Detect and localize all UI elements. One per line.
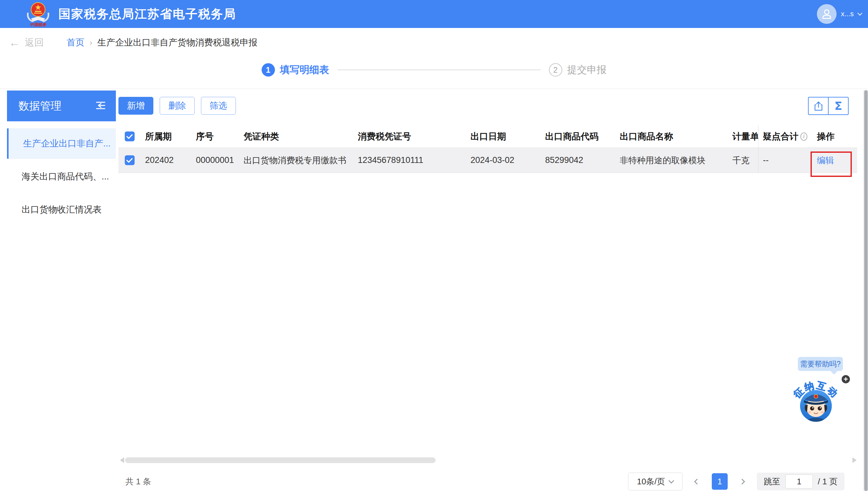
checkbox-checked-icon <box>125 132 134 141</box>
cell-commodity-code: 85299042 <box>541 155 615 165</box>
table-footer: 共 1 条 10条/页 1 跳至 / 1 页 <box>118 472 844 491</box>
back-button[interactable]: 返回 <box>25 36 44 49</box>
prev-page-button[interactable] <box>691 472 704 490</box>
info-icon[interactable]: i <box>800 133 807 141</box>
cell-export-date: 2024-03-02 <box>466 155 541 165</box>
page-size-select[interactable]: 10条/页 <box>628 472 683 490</box>
step-2-submit: 2 提交申报 <box>549 63 607 77</box>
cell-doubt-total: -- <box>758 148 807 173</box>
table-action-icons: Σ <box>808 97 849 115</box>
col-header-voucher-no: 消费税凭证号 <box>353 131 466 143</box>
main-content: 新增 删除 筛选 Σ <box>118 90 857 173</box>
cell-voucher-type: 出口货物消费税专用缴款书 <box>239 155 353 166</box>
help-assistant-avatar[interactable]: 征纳互动 <box>791 368 841 424</box>
current-page-button[interactable]: 1 <box>712 473 728 490</box>
sum-button[interactable]: Σ <box>828 97 849 115</box>
breadcrumb-current-page: 生产企业出口非自产货物消费税退税申报 <box>97 36 258 49</box>
sidebar-item-customs-code[interactable]: 海关出口商品代码、... <box>7 161 116 192</box>
add-button[interactable]: 新增 <box>118 97 153 115</box>
total-pages-label: / 1 页 <box>818 476 838 487</box>
table-header-row: 所属期 序号 凭证种类 消费税凭证号 出口日期 出口商品代码 出口商品名称 计量… <box>118 125 857 148</box>
col-header-unit: 计量单位 <box>728 131 758 143</box>
row-checkbox[interactable] <box>118 155 141 165</box>
chevron-down-icon <box>669 478 674 483</box>
vertical-scrollbar-thumb[interactable] <box>864 90 868 491</box>
horizontal-scrollbar[interactable] <box>120 457 857 464</box>
sigma-icon: Σ <box>834 99 842 112</box>
cell-seq: 00000001 <box>191 155 239 165</box>
jump-page-input[interactable] <box>785 474 813 488</box>
annotation-highlight-box <box>811 151 852 177</box>
collapse-panel-icon[interactable] <box>95 101 106 111</box>
sidebar-item-production-export[interactable]: 生产企业出口非自产... <box>7 128 116 159</box>
col-header-period: 所属期 <box>141 131 191 143</box>
cell-commodity-name: 非特种用途的取像模块 <box>615 155 728 166</box>
chevron-down-icon <box>858 10 863 16</box>
step-indicator: 1 填写明细表 2 提交申报 <box>0 58 868 82</box>
horizontal-scrollbar-thumb[interactable] <box>125 457 436 463</box>
select-all-checkbox[interactable] <box>118 132 141 141</box>
user-name: x...s <box>841 10 854 18</box>
col-header-commodity-code: 出口商品代码 <box>541 131 615 143</box>
delete-button[interactable]: 删除 <box>160 97 194 115</box>
total-count: 共 1 条 <box>118 476 151 487</box>
page-size-value: 10条/页 <box>637 476 665 487</box>
sidebar-item-list: 生产企业出口非自产... 海关出口商品代码、... 出口货物收汇情况表 <box>7 128 116 225</box>
app-title: 国家税务总局江苏省电子税务局 <box>58 6 236 22</box>
sidebar-item-forex-receipt[interactable]: 出口货物收汇情况表 <box>7 194 116 225</box>
col-header-voucher-type: 凭证种类 <box>239 131 353 143</box>
step-2-number: 2 <box>549 63 562 77</box>
col-header-action: 操作 <box>807 125 857 147</box>
breadcrumb-home-link[interactable]: 首页 <box>67 36 85 49</box>
help-plus-button[interactable]: + <box>841 374 850 384</box>
export-button[interactable] <box>808 97 828 115</box>
data-table: 所属期 序号 凭证种类 消费税凭证号 出口日期 出口商品代码 出口商品名称 计量… <box>118 125 857 173</box>
svg-text:中国税务: 中国税务 <box>30 22 47 27</box>
page: 中国税务 国家税务总局江苏省电子税务局 x...s ← 返回 首页 › 生产企业… <box>0 0 868 491</box>
tax-bureau-logo-icon: 中国税务 <box>24 1 53 27</box>
breadcrumb-separator: › <box>90 38 92 48</box>
top-header-bar: 中国税务 国家税务总局江苏省电子税务局 x...s <box>0 0 868 28</box>
back-arrow-icon[interactable]: ← <box>9 37 20 48</box>
table-row[interactable]: 202402 00000001 出口货物消费税专用缴款书 12345678910… <box>118 148 857 173</box>
sidebar-title: 数据管理 <box>19 99 62 113</box>
cell-unit: 千克 <box>728 155 758 166</box>
scroll-right-arrow-icon[interactable] <box>852 457 857 463</box>
jump-label: 跳至 <box>764 476 780 487</box>
breadcrumb: ← 返回 首页 › 生产企业出口非自产货物消费税退税申报 <box>0 28 868 57</box>
cell-period: 202402 <box>141 155 191 165</box>
user-avatar[interactable] <box>817 4 837 24</box>
jump-to-page: 跳至 / 1 页 <box>757 472 844 490</box>
next-page-button[interactable] <box>736 472 749 490</box>
col-header-doubt-total: 疑点合计i <box>758 125 807 147</box>
scroll-left-arrow-icon[interactable] <box>120 457 124 463</box>
pagination: 10条/页 1 跳至 / 1 页 <box>628 472 844 490</box>
checkbox-checked-icon <box>125 155 134 165</box>
step-1-number: 1 <box>262 63 275 77</box>
export-icon <box>814 101 823 111</box>
cell-voucher-no: 12345678910111 <box>353 155 466 165</box>
table-toolbar: 新增 删除 筛选 Σ <box>118 97 857 115</box>
step-1-label: 填写明细表 <box>280 63 329 77</box>
step-2-label: 提交申报 <box>567 63 607 77</box>
user-menu[interactable]: x...s <box>817 0 862 28</box>
sidebar-header: 数据管理 <box>7 90 116 121</box>
person-icon <box>821 8 833 20</box>
col-header-export-date: 出口日期 <box>466 131 541 143</box>
col-header-seq: 序号 <box>191 131 239 143</box>
step-1-fill-detail: 1 填写明细表 <box>262 63 329 77</box>
filter-button[interactable]: 筛选 <box>201 97 236 115</box>
header-divider <box>0 89 868 89</box>
vertical-scrollbar[interactable] <box>863 90 868 491</box>
sidebar: 数据管理 生产企业出口非自产... 海关出口商品代码、... 出口货物收汇情况表 <box>7 90 116 225</box>
step-connector-line <box>337 69 541 70</box>
col-header-commodity-name: 出口商品名称 <box>615 131 728 143</box>
